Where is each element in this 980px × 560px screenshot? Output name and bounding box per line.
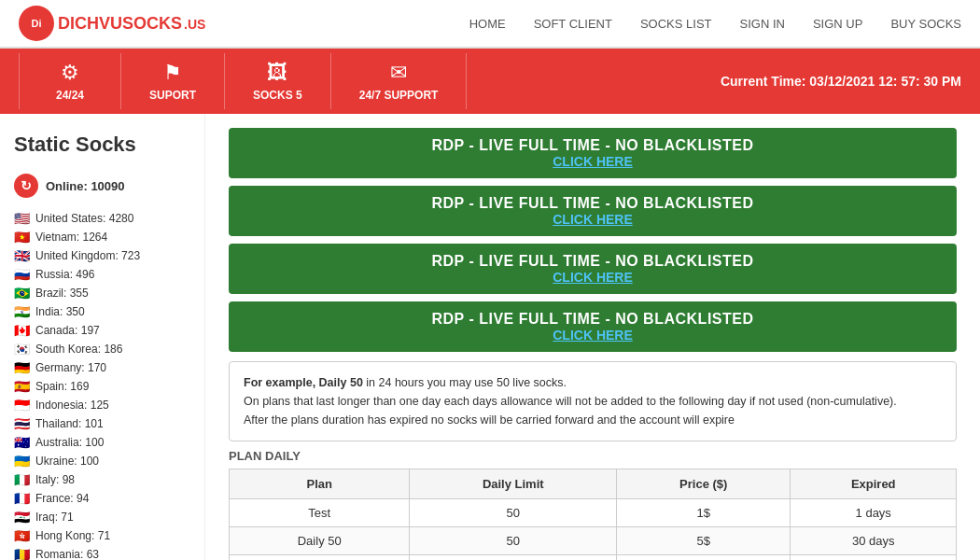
- country-flag: 🇹🇭: [14, 416, 30, 431]
- country-item: 🇬🇧United Kingdom: 723: [14, 246, 190, 265]
- gear-icon: ⚙: [61, 61, 79, 85]
- country-item: 🇮🇳India: 350: [14, 302, 190, 321]
- country-flag: 🇩🇪: [14, 360, 30, 375]
- country-item: 🇷🇺Russia: 496: [14, 265, 190, 284]
- country-text: Vietnam: 1264: [35, 231, 107, 244]
- country-flag: 🇮🇶: [14, 510, 30, 525]
- sidebar-title: Static Socks: [14, 133, 190, 157]
- country-text: Germany: 170: [35, 361, 106, 374]
- country-text: United Kingdom: 723: [35, 249, 140, 262]
- country-item: 🇮🇶Iraq: 71: [14, 508, 190, 526]
- country-item: 🇺🇦Ukraine: 100: [14, 452, 190, 470]
- main-content: Static Socks ↻ Online: 10090 🇺🇸United St…: [0, 114, 980, 560]
- rdp-title-0: RDP - LIVE FULL TIME - NO BLACKLISTED: [247, 137, 938, 154]
- red-bar-24-24[interactable]: ⚙ 24/24: [19, 53, 121, 109]
- rdp-title-3: RDP - LIVE FULL TIME - NO BLACKLISTED: [247, 311, 938, 328]
- nav-sign-in[interactable]: SIGN IN: [740, 17, 785, 31]
- table-row: Daily 50505$30 days: [230, 527, 957, 555]
- table-cell: 15 days: [791, 555, 957, 561]
- country-text: United States: 4280: [35, 212, 133, 225]
- red-bar-support[interactable]: ⚑ SUPORT: [121, 53, 225, 109]
- table-cell: 1$: [617, 499, 791, 527]
- rdp-title-1: RDP - LIVE FULL TIME - NO BLACKLISTED: [247, 195, 938, 212]
- rdp-banner-3[interactable]: RDP - LIVE FULL TIME - NO BLACKLISTED CL…: [229, 301, 957, 352]
- country-flag: 🇦🇺: [14, 435, 30, 450]
- country-item: 🇮🇹Italy: 98: [14, 470, 190, 489]
- plan-label: PLAN DAILY: [229, 449, 957, 463]
- nav-links: HOME SOFT CLIENT SOCKS LIST SIGN IN SIGN…: [469, 17, 961, 31]
- table-cell: Test: [230, 499, 410, 527]
- country-text: Spain: 169: [35, 380, 89, 393]
- country-flag: 🇬🇧: [14, 248, 30, 263]
- nav-soft-client[interactable]: SOFT CLIENT: [534, 17, 612, 31]
- rdp-link-1[interactable]: CLICK HERE: [247, 212, 938, 227]
- country-item: 🇦🇺Australia: 100: [14, 433, 190, 452]
- country-flag: 🇫🇷: [14, 491, 30, 506]
- nav-home[interactable]: HOME: [469, 17, 506, 31]
- logo: Di DICHVUSOCKS.US: [19, 6, 205, 41]
- country-text: South Korea: 186: [35, 343, 122, 356]
- table-header-cell: Expired: [791, 469, 957, 499]
- country-item: 🇩🇪Germany: 170: [14, 358, 190, 377]
- plan-table: PlanDaily LimitPrice ($)Expired Test501$…: [229, 469, 957, 560]
- country-flag: 🇷🇺: [14, 267, 30, 282]
- country-item: 🇻🇳Vietnam: 1264: [14, 228, 190, 246]
- red-bar-socks5[interactable]: 🖼 SOCKS 5: [225, 53, 331, 109]
- country-item: 🇪🇸Spain: 169: [14, 377, 190, 396]
- red-bar-label-2: SOCKS 5: [253, 89, 302, 102]
- nav-buy-socks[interactable]: BUY SOCKS: [890, 17, 961, 31]
- country-flag: 🇧🇷: [14, 286, 30, 301]
- country-item: 🇨🇦Canada: 197: [14, 321, 190, 340]
- online-icon: ↻: [14, 174, 38, 198]
- table-cell: 3$: [617, 555, 791, 561]
- country-text: Russia: 496: [35, 268, 94, 281]
- red-bar-items: ⚙ 24/24 ⚑ SUPORT 🖼 SOCKS 5 ✉ 24/7 SUPPOR…: [19, 53, 467, 109]
- red-bar-label-0: 24/24: [56, 89, 84, 102]
- country-flag: 🇻🇳: [14, 230, 30, 245]
- rdp-link-3[interactable]: CLICK HERE: [247, 328, 938, 343]
- country-item: 🇭🇰Hong Kong: 71: [14, 526, 190, 545]
- country-text: Iraq: 71: [35, 511, 74, 524]
- content-section: RDP - LIVE FULL TIME - NO BLACKLISTED CL…: [205, 114, 980, 560]
- online-row: ↻ Online: 10090: [14, 174, 190, 198]
- country-flag: 🇮🇳: [14, 304, 30, 319]
- info-text3: After the plans duration has expired no …: [244, 413, 735, 427]
- rdp-link-2[interactable]: CLICK HERE: [247, 270, 938, 285]
- red-bar-label-3: 24/7 SUPPORT: [359, 89, 439, 102]
- nav-sign-up[interactable]: SIGN UP: [813, 17, 862, 31]
- red-bar-label-1: SUPORT: [149, 89, 196, 102]
- mail-icon: ✉: [390, 61, 407, 85]
- info-text2: On plans that last longer than one day e…: [244, 395, 897, 408]
- table-cell: 5$: [617, 527, 791, 555]
- rdp-banner-0[interactable]: RDP - LIVE FULL TIME - NO BLACKLISTED CL…: [229, 128, 957, 178]
- country-item: 🇷🇴Romania: 63: [14, 545, 190, 560]
- country-item: 🇺🇸United States: 4280: [14, 209, 190, 228]
- banners-container: RDP - LIVE FULL TIME - NO BLACKLISTED CL…: [229, 128, 957, 352]
- country-text: Hong Kong: 71: [35, 529, 110, 542]
- nav-socks-list[interactable]: SOCKS LIST: [640, 17, 712, 31]
- country-item: 🇹🇭Thailand: 101: [14, 414, 190, 433]
- table-header-cell: Daily Limit: [410, 469, 617, 499]
- table-cell: Daily 50: [230, 555, 410, 561]
- table-header-row: PlanDaily LimitPrice ($)Expired: [230, 469, 957, 499]
- country-text: Romania: 63: [35, 548, 99, 560]
- rdp-banner-1[interactable]: RDP - LIVE FULL TIME - NO BLACKLISTED CL…: [229, 186, 957, 236]
- table-cell: 50: [410, 555, 617, 561]
- country-flag: 🇷🇴: [14, 547, 30, 560]
- table-cell: 30 days: [791, 527, 957, 555]
- red-bar-247[interactable]: ✉ 24/7 SUPPORT: [331, 53, 468, 109]
- rdp-banner-2[interactable]: RDP - LIVE FULL TIME - NO BLACKLISTED CL…: [229, 244, 957, 294]
- top-nav: Di DICHVUSOCKS.US HOME SOFT CLIENT SOCKS…: [0, 0, 980, 49]
- country-text: Italy: 98: [35, 473, 75, 486]
- logo-icon: Di: [19, 6, 54, 41]
- table-header-cell: Plan: [230, 469, 410, 499]
- table-cell: 50: [410, 527, 617, 555]
- country-flag: 🇭🇰: [14, 528, 30, 543]
- country-flag: 🇮🇩: [14, 398, 30, 413]
- table-cell: 50: [410, 499, 617, 527]
- rdp-link-0[interactable]: CLICK HERE: [247, 154, 938, 169]
- table-cell: Daily 50: [230, 527, 410, 555]
- red-bar: ⚙ 24/24 ⚑ SUPORT 🖼 SOCKS 5 ✉ 24/7 SUPPOR…: [0, 49, 980, 114]
- table-header-cell: Price ($): [617, 469, 791, 499]
- current-time: Current Time: 03/12/2021 12: 57: 30 PM: [721, 74, 961, 89]
